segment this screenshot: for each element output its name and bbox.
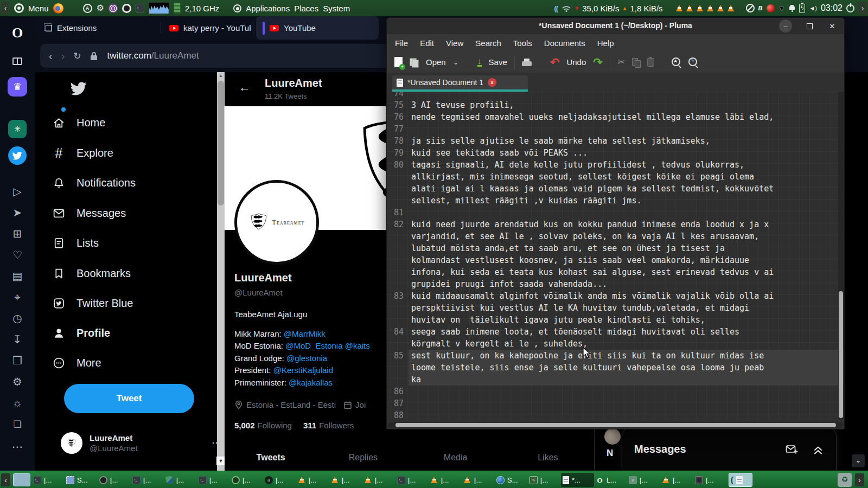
twitter-rail-icon[interactable] [8,146,27,165]
menu-view[interactable]: View [440,38,469,48]
print-icon[interactable] [522,59,532,66]
back-arrow-icon[interactable]: ← [239,80,251,94]
editor-line[interactable]: 81 [387,207,844,219]
undo-icon[interactable]: ↶ [550,56,560,68]
profile-link[interactable]: @MarrMikk [284,329,326,338]
bluetooth-icon[interactable]: B [758,5,763,11]
document-tab[interactable]: *Unsaved Document 1 x [392,75,528,89]
editor-line[interactable]: infona, kui seda ei teata kus kohast sai… [387,266,844,278]
following-count[interactable]: 5,002 [234,421,255,430]
followers-count[interactable]: 311 [303,421,316,430]
line-text[interactable]: kõrgmalt v kergelt ai le , suheldes, [409,338,844,350]
menu-tools[interactable]: Tools [507,38,538,48]
editor-text-area[interactable]: 74 75 3 AI tevuse profiili, 76 nende teg… [387,92,844,419]
panel-collapse-left-icon[interactable]: ‹ [1,2,10,15]
open-icon[interactable] [410,58,419,67]
taskbar-window-button[interactable]: [... [660,473,693,487]
memory-applet-icon[interactable] [174,3,181,14]
open-dropdown-icon[interactable]: ⌄ [453,58,459,66]
expand-drawer-icon[interactable] [812,443,824,456]
net-download-speed[interactable]: 35,0 KiB/s [582,4,619,13]
sidebar-item-bookmarks[interactable]: Bookmarks [52,259,215,287]
forward-icon[interactable]: › [61,50,65,62]
aria-ai-icon[interactable]: ♛ [8,77,27,97]
line-text[interactable]: ja siis selle ajutise le saab märke teha… [409,135,844,147]
line-text[interactable]: sest kutluur, on ka kahepoolne ja eriti … [409,350,844,362]
bookmarks-add-icon[interactable]: ❏ [0,420,35,429]
line-text[interactable]: huvitav on täielikult igava jutu peale k… [409,314,844,326]
vscroll-thumb[interactable] [839,291,843,418]
taskbar-window-button[interactable]: S... [65,473,98,487]
taskbar-window-button[interactable]: S... [495,473,528,487]
taskbar-window-button[interactable]: [... [296,473,329,487]
taskbar-window-button[interactable]: [... [362,473,395,487]
find-icon[interactable] [672,57,681,67]
scrollbar-up-icon[interactable]: ▲ [217,72,225,80]
profile-link[interactable]: @MoD_Estonia @kaits [285,341,370,350]
settings-gears-icon[interactable]: ⚙ [97,4,104,12]
profile-link[interactable]: @glestonia [286,354,327,363]
cpu-graph-applet[interactable] [149,2,169,14]
editor-line[interactable]: 84 seega saab inimene loota, et tõenäose… [387,326,844,338]
tab-replies[interactable]: Replies [317,447,409,471]
editor-line[interactable]: 77 [387,123,844,135]
sidebar-item-home[interactable]: Home [52,108,215,137]
taskbar-window-button[interactable]: ( [729,473,752,487]
taskbar-collapse-right-icon[interactable]: › [855,473,864,486]
system-menu[interactable]: System [323,4,350,13]
taskbar-window-button[interactable]: [... [528,473,561,487]
new-document-icon[interactable] [394,57,403,67]
minimize-button[interactable]: – [779,20,792,33]
editor-line[interactable]: 85 sest kutluur, on ka kahepoolne ja eri… [387,350,844,362]
editor-line[interactable]: sellest, millest räägiti ,v kuidas räägi… [387,195,844,207]
editor-line[interactable]: 78 ja siis selle ajutise le saab märke t… [387,135,844,147]
vlc-tray-icon[interactable] [727,5,734,11]
sidebar-item-notifications[interactable]: Notifications [52,169,215,197]
editor-line[interactable]: 82 kuid need juurde arendatud kus on kok… [387,219,844,230]
line-text[interactable] [409,92,844,99]
play-panel-icon[interactable]: ▷ [0,186,35,197]
tab-tweets[interactable]: Tweets [225,447,317,471]
tab-extensions[interactable]: Extensions [39,16,157,40]
workspaces-grid-icon[interactable]: ⊞ [0,228,35,239]
power-icon[interactable] [846,4,854,12]
pluma-titlebar[interactable]: *Unsaved Document 1 (~/Desktop) - Pluma … [387,18,844,34]
paste-icon[interactable] [647,58,654,67]
menu-button[interactable]: Menu [28,4,49,13]
sidebar-item-lists[interactable]: Lists [52,229,215,257]
line-text[interactable]: kolmandast vestlusest koosnev, ja siis s… [409,254,844,266]
editor-horizontal-scrollbar[interactable] [388,422,843,428]
editor-line[interactable]: 87 [387,397,844,409]
taskbar-window-button[interactable]: [... [329,473,362,487]
line-text[interactable]: kuid need juurde arendatud kus on kokku … [409,219,844,230]
line-text[interactable]: grupidei pruugi infot saada vahendada... [409,278,844,290]
page-scrollbar[interactable]: ▲ [217,72,225,471]
profile-link[interactable]: @KerstiKaljulaid [273,365,333,375]
editor-line[interactable]: loome teistele, siis ense ja selle kultu… [387,362,844,374]
menu-file[interactable]: File [389,38,414,48]
tab-katy-perry[interactable]: katy perry - YouTub [163,16,251,40]
scrollbar-thumb[interactable] [218,81,224,206]
open-button[interactable]: Open [426,57,446,67]
taskbar-window-button[interactable]: L... [594,473,627,487]
taskbar-window-button[interactable]: [... [462,473,495,487]
new-message-icon[interactable] [785,443,798,456]
reading-list-icon[interactable] [12,57,22,65]
opera-logo-icon[interactable]: O [0,26,35,40]
editor-line[interactable]: 88 [387,409,844,419]
lock-icon[interactable] [90,52,98,61]
firefox-launcher-icon[interactable] [53,3,63,14]
tweet-author-avatar[interactable] [604,428,621,445]
editor-line[interactable]: alati igal ai l kaasas ja olemas vaid pi… [387,183,844,195]
editor-line[interactable]: 80 tagasi signaali, AI dele kelle jutu p… [387,159,844,171]
editor-line[interactable]: 75 3 AI tevuse profiili, [387,99,844,111]
tab-youtube-active[interactable]: YouTube [256,16,379,40]
sidebar-item-more[interactable]: More [52,349,215,377]
clock[interactable]: 03:02 [821,3,843,13]
line-text[interactable] [409,386,844,397]
search-tool-icon[interactable]: A [83,4,92,13]
editor-line[interactable]: kõrgmalt v kergelt ai le , suheldes, [387,338,844,350]
menu-documents[interactable]: Documents [538,38,591,48]
terminal-launcher-icon[interactable]: › [136,4,144,12]
onionshare-icon[interactable] [122,4,131,13]
